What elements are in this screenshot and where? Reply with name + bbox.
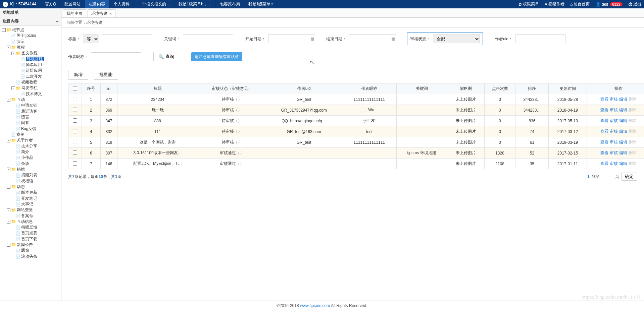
tree-label[interactable]: 演示 [16,39,24,44]
top-tab-3[interactable]: 个人资料 [109,0,134,8]
tree-label[interactable]: 备案号 [21,213,33,218]
row-check[interactable] [73,150,77,155]
page-ok-button[interactable]: 确定 [621,173,637,181]
check-all[interactable] [73,86,77,90]
tree-label[interactable]: 根节点 [12,27,24,32]
nick-input[interactable] [91,52,141,61]
tree-label[interactable]: 视频教程 [21,80,37,84]
add-button[interactable]: 新增 [68,70,88,80]
tree-label[interactable]: 最近访客 [21,109,37,114]
tree-toggle-icon[interactable]: - [11,52,15,55]
tree-label[interactable]: 动态 [17,184,25,189]
title-op-select[interactable]: 等于 [83,35,99,43]
audit-link[interactable]: 审核 [610,129,618,134]
top-tab-1[interactable]: 配置网站 [60,0,85,8]
audit-link[interactable]: 审核 [610,118,618,123]
user-link[interactable]: 👤test6122 [596,2,623,7]
delete-link[interactable]: 删除 [629,97,637,102]
donate-link[interactable]: ♥捐赠作者 [545,1,564,7]
status-select[interactable]: 全部 [433,35,480,43]
tree-label[interactable]: 简单应用 [26,62,42,67]
top-tab-7[interactable]: 我是1级菜单c [244,0,277,8]
tree-label[interactable]: 滚动头条 [21,254,37,259]
tree-label[interactable]: 首页下载 [21,237,37,241]
top-tab-4[interactable]: 一个很长很长的… [134,0,175,8]
tree-toggle-icon[interactable]: - [7,185,10,189]
close-icon[interactable]: × [109,11,112,16]
tree-label[interactable]: 关于tjpcms [16,34,36,38]
tree-label[interactable]: 进阶应用 [26,68,42,73]
tree-label[interactable]: 首页点赞 [21,231,37,236]
tree-label[interactable]: 问答 [21,121,29,125]
delete-link[interactable]: 删除 [629,150,637,155]
keyword-input[interactable] [183,35,233,43]
tree-toggle-icon[interactable]: - [7,168,10,171]
tree-label[interactable]: 杂谈 [21,161,29,166]
tree-label[interactable]: 二次开发 [26,74,42,79]
tree-label[interactable]: 大事记 [21,202,33,206]
tree-label[interactable]: 版本更新 [21,190,37,195]
title-input[interactable] [102,35,152,43]
tree-label[interactable]: 小作品 [21,156,33,160]
tree-toggle-icon[interactable]: - [7,98,10,102]
top-tab-5[interactable]: 我是1级菜单b，… [175,0,215,8]
view-link[interactable]: 查看 [600,118,608,123]
tree-label[interactable]: 捐赠反馈 [21,225,37,230]
view-link[interactable]: 查看 [600,161,608,166]
tree-label[interactable]: 简介 [21,149,29,154]
delete-link[interactable]: 删除 [629,140,637,144]
tree-label[interactable]: 图文教程 [21,51,38,56]
tree-label[interactable]: 教程 [17,45,25,50]
delete-link[interactable]: 删除 [629,129,637,134]
row-check[interactable] [73,108,77,112]
tree-label[interactable]: 飘窗 [21,248,29,253]
row-check[interactable] [73,129,77,133]
tab-current[interactable]: 环境搭建× [88,9,115,17]
row-check[interactable] [73,97,77,101]
edit-link[interactable]: 编辑 [619,108,627,112]
view-link[interactable]: 查看 [600,140,608,144]
tree-toggle-icon[interactable]: - [11,86,15,90]
batch-delete-button[interactable]: 批量删 [94,70,118,80]
row-check[interactable] [73,161,77,166]
page-input[interactable] [602,173,613,180]
edit-link[interactable]: 编辑 [619,161,627,166]
end-date-input[interactable] [349,35,396,43]
tree-label[interactable]: 互动 [17,97,25,102]
tree-toggle-icon[interactable]: - [7,139,10,142]
tree-toggle-icon[interactable]: - [7,220,10,224]
tree-toggle-icon[interactable]: - [7,243,10,247]
edit-link[interactable]: 编辑 [619,150,627,155]
tree-label[interactable]: 技术博文 [26,91,42,96]
edit-link[interactable]: 编辑 [619,140,627,144]
row-check[interactable] [73,118,77,123]
view-link[interactable]: 查看 [600,129,608,134]
top-tab-0[interactable]: 官方Q [41,0,60,8]
tree-label[interactable]: 祝福语 [21,179,33,183]
audit-link[interactable]: 审核 [610,97,618,102]
tree-label[interactable]: 案例 [16,132,24,137]
audit-link[interactable]: 审核 [610,140,618,144]
tree-label[interactable]: 留言 [21,115,29,119]
edit-link[interactable]: 编辑 [619,118,627,123]
audit-link[interactable]: 审核 [610,161,618,166]
tree-label[interactable]: Bug反馈 [21,126,36,131]
tree-toggle-icon[interactable]: - [2,28,6,32]
tree-label[interactable]: 申请友链 [21,103,37,108]
tree-label[interactable]: 捐赠 [17,167,25,172]
edit-link[interactable]: 编辑 [619,129,627,134]
start-date-input[interactable] [268,35,315,43]
footer-link[interactable]: www.tjpcms.com [300,303,330,308]
tab-home[interactable]: 我的主页 [63,9,86,17]
uid-input[interactable] [515,35,565,43]
tree-label[interactable]: 技术分享 [21,144,37,148]
audit-link[interactable]: 审核 [610,150,618,155]
audit-link[interactable]: 审核 [610,108,618,112]
front-link[interactable]: ⌂前台首页 [570,1,590,7]
view-link[interactable]: 查看 [600,150,608,155]
logout-link[interactable]: ⏻退出 [628,1,641,7]
view-link[interactable]: 查看 [600,97,608,102]
edit-link[interactable]: 编辑 [619,97,627,102]
delete-link[interactable]: 删除 [629,118,637,123]
tree-label[interactable]: 互动信息 [17,219,33,224]
